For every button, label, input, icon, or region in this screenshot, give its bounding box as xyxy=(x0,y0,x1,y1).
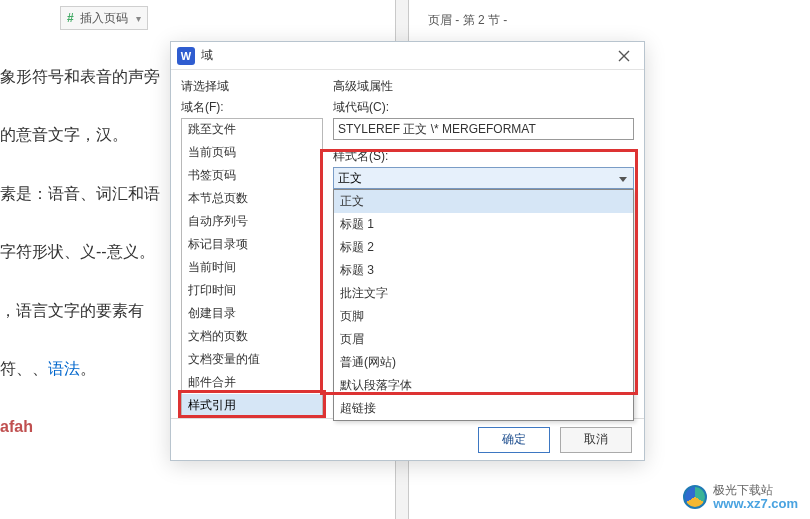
dialog-title: 域 xyxy=(201,47,610,64)
insert-page-number-toolbar[interactable]: # 插入页码 ▾ xyxy=(60,6,148,30)
style-option[interactable]: 正文 xyxy=(334,190,633,213)
spellcheck-word: afah xyxy=(0,418,33,435)
style-option[interactable]: 标题 3 xyxy=(334,259,633,282)
ok-button[interactable]: 确定 xyxy=(478,427,550,453)
field-list-item[interactable]: 文档的页数 xyxy=(182,325,322,348)
field-dialog: W 域 请选择域 域名(F): 公式跳至文件当前页码书签页码本节总页数自动序列号… xyxy=(170,41,645,461)
style-name-selected[interactable]: 正文 xyxy=(333,167,634,189)
style-option[interactable]: 超链接 xyxy=(334,397,633,420)
field-list-item[interactable]: 打印时间 xyxy=(182,279,322,302)
cancel-button[interactable]: 取消 xyxy=(560,427,632,453)
style-name-dropdown[interactable]: 正文标题 1标题 2标题 3批注文字页脚页眉普通(网站)默认段落字体超链接 xyxy=(333,189,634,421)
field-name-listbox[interactable]: 公式跳至文件当前页码书签页码本节总页数自动序列号标记目录项当前时间打印时间创建目… xyxy=(181,118,323,418)
field-list-item[interactable]: 样式引用 xyxy=(182,394,322,417)
style-name-label: 样式名(S): xyxy=(333,148,634,165)
site-logo-icon xyxy=(683,485,707,509)
dialog-footer: 确定 取消 xyxy=(171,418,644,460)
app-icon: W xyxy=(177,47,195,65)
chevron-down-icon: ▾ xyxy=(136,13,141,24)
field-list-item[interactable]: 书签页码 xyxy=(182,164,322,187)
field-list-item[interactable]: 邮件合并 xyxy=(182,371,322,394)
insert-page-number-label: 插入页码 xyxy=(80,10,128,27)
dialog-titlebar: W 域 xyxy=(171,42,644,70)
site-url: www.xz7.com xyxy=(713,497,798,511)
hyperlink-text[interactable]: 语法 xyxy=(48,360,80,377)
field-list-item[interactable]: 文档变量的值 xyxy=(182,348,322,371)
style-option[interactable]: 页脚 xyxy=(334,305,633,328)
field-list-item[interactable]: 创建目录 xyxy=(182,302,322,325)
close-button[interactable] xyxy=(610,45,638,67)
field-name-label: 域名(F): xyxy=(181,99,323,116)
style-option[interactable]: 页眉 xyxy=(334,328,633,351)
site-name-cn: 极光下载站 xyxy=(713,484,798,497)
field-list-item[interactable]: 标记目录项 xyxy=(182,233,322,256)
advanced-properties-label: 高级域属性 xyxy=(333,78,634,95)
header-section-label: 页眉 - 第 2 节 - xyxy=(428,12,507,29)
field-list-item[interactable]: 跳至文件 xyxy=(182,118,322,141)
site-watermark: 极光下载站 www.xz7.com xyxy=(683,484,798,511)
field-code-label: 域代码(C): xyxy=(333,99,634,116)
style-option[interactable]: 批注文字 xyxy=(334,282,633,305)
field-list-item[interactable]: 本节总页数 xyxy=(182,187,322,210)
style-option[interactable]: 标题 1 xyxy=(334,213,633,236)
select-field-group-label: 请选择域 xyxy=(181,78,323,95)
close-icon xyxy=(618,50,630,62)
style-name-combobox[interactable]: 正文 正文标题 1标题 2标题 3批注文字页脚页眉普通(网站)默认段落字体超链接 xyxy=(333,167,634,189)
field-list-item[interactable]: 当前页码 xyxy=(182,141,322,164)
page-number-icon: # xyxy=(67,11,74,25)
field-list-item[interactable]: 当前时间 xyxy=(182,256,322,279)
style-option[interactable]: 默认段落字体 xyxy=(334,374,633,397)
field-list-item[interactable]: 自动序列号 xyxy=(182,210,322,233)
style-option[interactable]: 标题 2 xyxy=(334,236,633,259)
style-option[interactable]: 普通(网站) xyxy=(334,351,633,374)
field-code-input[interactable] xyxy=(333,118,634,140)
